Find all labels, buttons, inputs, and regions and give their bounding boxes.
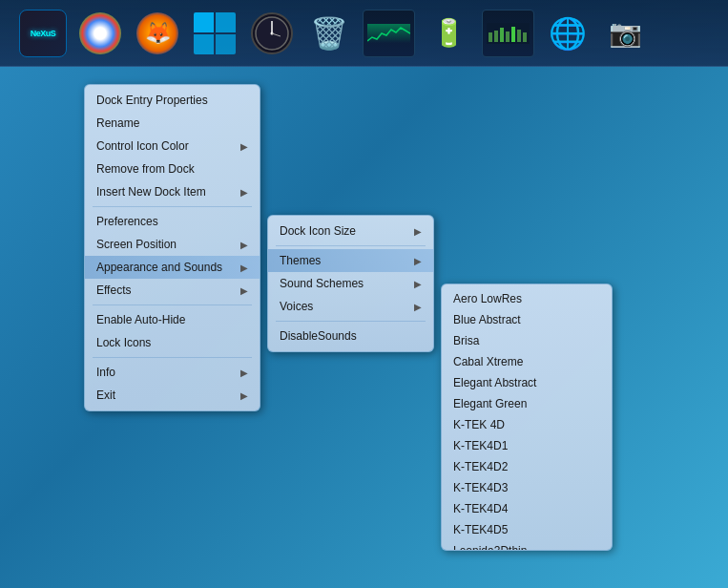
menu-separator bbox=[93, 206, 252, 207]
theme-item-k-tek4d1[interactable]: K-TEK4D1 bbox=[442, 435, 612, 456]
menu-item-disable-sounds[interactable]: DisableSounds bbox=[268, 325, 433, 347]
dock-item-chrome[interactable] bbox=[76, 10, 124, 57]
menu-item-appearance-and-sounds[interactable]: Appearance and Sounds▶ bbox=[85, 256, 260, 279]
menu-item-label-lock-icons: Lock Icons bbox=[96, 336, 151, 349]
menu-item-voices[interactable]: Voices▶ bbox=[268, 295, 433, 318]
menu-item-effects[interactable]: Effects▶ bbox=[85, 279, 260, 302]
menu-arrow-effects: ▶ bbox=[240, 285, 248, 296]
menu-arrow-themes: ▶ bbox=[414, 256, 422, 266]
primary-context-menu: Dock Entry PropertiesRenameControl Icon … bbox=[84, 84, 260, 411]
svg-rect-5 bbox=[489, 32, 492, 42]
menu-separator bbox=[93, 357, 252, 358]
theme-item-k-tek-4d[interactable]: K-TEK 4D bbox=[442, 414, 612, 435]
globe-icon: 🌐 bbox=[549, 15, 587, 52]
svg-rect-11 bbox=[523, 32, 527, 42]
svg-rect-8 bbox=[506, 32, 510, 42]
menu-item-screen-position[interactable]: Screen Position▶ bbox=[85, 233, 260, 256]
theme-item-cabal-xtreme[interactable]: Cabal Xtreme bbox=[442, 351, 612, 372]
svg-rect-7 bbox=[500, 28, 504, 42]
dock-item-firefox[interactable]: 🦊 bbox=[134, 10, 181, 57]
theme-item-elegant-abstract[interactable]: Elegant Abstract bbox=[442, 372, 612, 393]
theme-label-aero-lowres: Aero LowRes bbox=[453, 292, 522, 305]
theme-item-brisa[interactable]: Brisa bbox=[442, 330, 612, 351]
menu-item-label-exit: Exit bbox=[96, 388, 115, 402]
svg-rect-10 bbox=[517, 30, 521, 42]
dock-item-globe[interactable]: 🌐 bbox=[544, 10, 592, 57]
dock-item-nexus[interactable]: NeXuS bbox=[19, 10, 67, 57]
menu-item-label-dock-entry-properties: Dock Entry Properties bbox=[96, 94, 208, 107]
menu-item-rename[interactable]: Rename bbox=[85, 112, 260, 135]
menu-item-exit[interactable]: Exit▶ bbox=[85, 384, 260, 407]
theme-label-k-tek-4d: K-TEK 4D bbox=[453, 418, 505, 431]
menu-item-label-disable-sounds: DisableSounds bbox=[280, 329, 357, 343]
menu-arrow-info: ▶ bbox=[240, 368, 248, 378]
menu-item-label-info: Info bbox=[96, 366, 115, 379]
dock-item-clock[interactable] bbox=[248, 10, 296, 57]
menu-item-label-remove-from-dock: Remove from Dock bbox=[96, 162, 195, 176]
menu-item-label-sound-schemes: Sound Schemes bbox=[280, 277, 364, 290]
theme-item-elegant-green[interactable]: Elegant Green bbox=[442, 393, 612, 414]
menu-item-label-voices: Voices bbox=[280, 300, 313, 313]
theme-item-k-tek4d4[interactable]: K-TEK4D4 bbox=[442, 498, 612, 519]
menu-item-control-icon-color[interactable]: Control Icon Color▶ bbox=[85, 135, 260, 158]
menu-arrow-sound-schemes: ▶ bbox=[414, 279, 422, 289]
camera-icon: 📷 bbox=[609, 17, 642, 49]
menu-item-enable-auto-hide[interactable]: Enable Auto-Hide bbox=[85, 308, 260, 331]
battery-icon: 🔋 bbox=[432, 17, 466, 49]
theme-label-k-tek4d5: K-TEK4D5 bbox=[453, 523, 508, 536]
themes-context-menu: Aero LowResBlue AbstractBrisaCabal Xtrem… bbox=[441, 284, 613, 551]
theme-label-k-tek4d4: K-TEK4D4 bbox=[453, 502, 508, 515]
theme-label-blue-abstract: Blue Abstract bbox=[453, 313, 521, 326]
dock-item-recycle[interactable]: 🗑️ bbox=[305, 10, 353, 57]
theme-item-k-tek4d5[interactable]: K-TEK4D5 bbox=[442, 519, 612, 540]
theme-label-k-tek4d1: K-TEK4D1 bbox=[453, 439, 508, 452]
theme-label-brisa: Brisa bbox=[453, 334, 479, 347]
menu-item-label-themes: Themes bbox=[280, 254, 321, 267]
menu-separator bbox=[276, 321, 426, 322]
dock-item-battery[interactable]: 🔋 bbox=[425, 10, 472, 57]
firefox-icon: 🦊 bbox=[136, 12, 178, 54]
menu-item-label-dock-icon-size: Dock Icon Size bbox=[280, 224, 356, 238]
nexus-logo: NeXuS bbox=[19, 10, 67, 57]
theme-label-cabal-xtreme: Cabal Xtreme bbox=[453, 355, 523, 368]
menu-item-label-insert-new-dock-item: Insert New Dock Item bbox=[96, 185, 206, 199]
menu-item-insert-new-dock-item[interactable]: Insert New Dock Item▶ bbox=[85, 180, 260, 203]
theme-label-elegant-abstract: Elegant Abstract bbox=[453, 376, 536, 389]
theme-label-elegant-green: Elegant Green bbox=[453, 397, 527, 410]
theme-item-leonida3dthin[interactable]: Leonida3Dthin bbox=[442, 540, 612, 551]
clock-icon bbox=[251, 12, 293, 54]
theme-item-blue-abstract[interactable]: Blue Abstract bbox=[442, 309, 612, 330]
menu-item-dock-icon-size[interactable]: Dock Icon Size▶ bbox=[268, 220, 433, 242]
theme-label-k-tek4d3: K-TEK4D3 bbox=[453, 481, 508, 494]
menu-item-label-rename: Rename bbox=[96, 116, 139, 130]
menu-item-dock-entry-properties[interactable]: Dock Entry Properties bbox=[85, 89, 260, 112]
windows-logo bbox=[194, 12, 236, 54]
menu-arrow-screen-position: ▶ bbox=[240, 240, 248, 250]
theme-item-k-tek4d3[interactable]: K-TEK4D3 bbox=[442, 477, 612, 498]
menu-item-preferences[interactable]: Preferences bbox=[85, 210, 260, 233]
menu-item-remove-from-dock[interactable]: Remove from Dock bbox=[85, 158, 260, 180]
theme-item-aero-lowres[interactable]: Aero LowRes bbox=[442, 288, 612, 309]
menu-item-label-screen-position: Screen Position bbox=[96, 238, 177, 251]
recycle-icon: 🗑️ bbox=[310, 15, 348, 52]
dock-item-windows[interactable] bbox=[191, 10, 239, 57]
menu-item-lock-icons[interactable]: Lock Icons bbox=[85, 331, 260, 354]
dock-item-camera[interactable]: 📷 bbox=[601, 10, 649, 57]
menu-item-label-enable-auto-hide: Enable Auto-Hide bbox=[96, 313, 185, 326]
cpu2-chart bbox=[487, 23, 530, 44]
cpu-chart bbox=[367, 24, 410, 43]
menu-item-info[interactable]: Info▶ bbox=[85, 361, 260, 384]
menu-arrow-exit: ▶ bbox=[240, 390, 248, 401]
theme-item-k-tek4d2[interactable]: K-TEK4D2 bbox=[442, 456, 612, 477]
menu-arrow-control-icon-color: ▶ bbox=[240, 141, 248, 152]
dock-widget-cpu2[interactable] bbox=[482, 10, 534, 57]
menu-separator bbox=[276, 245, 426, 246]
menu-item-themes[interactable]: Themes▶ bbox=[268, 249, 433, 272]
menu-separator bbox=[93, 304, 252, 305]
theme-label-k-tek4d2: K-TEK4D2 bbox=[453, 460, 508, 473]
menu-arrow-voices: ▶ bbox=[414, 302, 422, 312]
secondary-context-menu: Dock Icon Size▶Themes▶Sound Schemes▶Voic… bbox=[267, 215, 434, 352]
menu-item-sound-schemes[interactable]: Sound Schemes▶ bbox=[268, 272, 433, 295]
dock-widget-cpu[interactable] bbox=[363, 10, 415, 57]
menu-item-label-appearance-and-sounds: Appearance and Sounds bbox=[96, 261, 222, 274]
